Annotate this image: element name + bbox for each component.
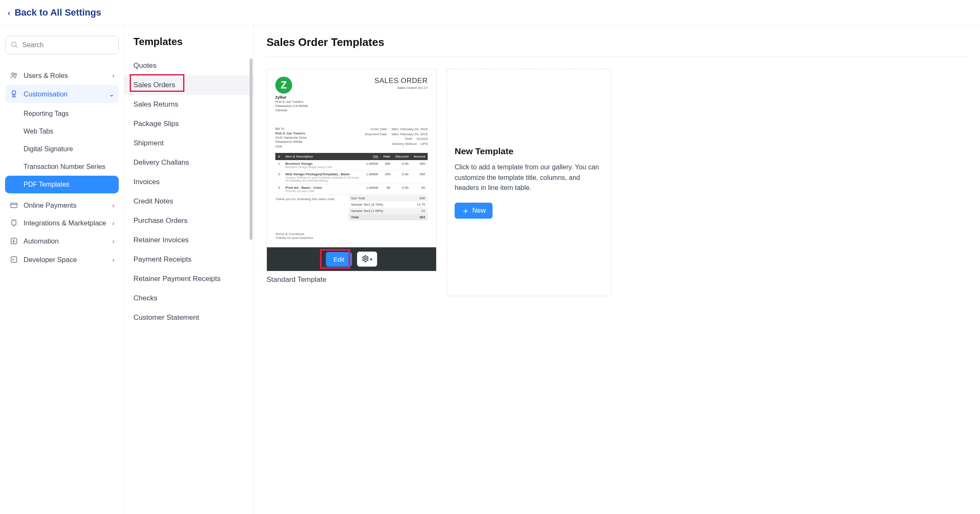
main-pane: Sales Order Templates Z Zylkar Rob & Joe…: [254, 26, 980, 514]
chevron-down-icon: ⌄: [109, 90, 115, 98]
svg-rect-5: [11, 203, 17, 208]
chevron-right-icon: ›: [112, 237, 115, 245]
highlight-annotation: [130, 74, 184, 92]
template-item-invoices[interactable]: Invoices: [124, 172, 253, 192]
chevron-left-icon: ‹: [8, 8, 11, 18]
chevron-right-icon: ›: [112, 256, 115, 264]
company-logo: Z: [275, 77, 292, 94]
template-card-standard[interactable]: Z Zylkar Rob & Joe Traders Pleasanton CA…: [266, 69, 437, 271]
template-card-footer: Edit ▾: [267, 247, 436, 271]
template-item-package-slips[interactable]: Package Slips: [124, 114, 253, 134]
template-item-payment-receipts[interactable]: Payment Receipts: [124, 250, 253, 269]
svg-rect-4: [12, 91, 16, 94]
new-template-card[interactable]: New Template Click to add a template fro…: [447, 69, 611, 296]
caret-down-icon: ▾: [370, 257, 372, 262]
template-item-retainer-invoices[interactable]: Retainer Invoices: [124, 230, 253, 250]
brush-icon: [9, 90, 19, 98]
svg-point-0: [12, 42, 16, 47]
card-icon: [9, 201, 19, 209]
chevron-right-icon: ›: [112, 72, 115, 80]
divider: [266, 56, 967, 57]
sidebar-item-users-roles[interactable]: Users & Roles ›: [5, 66, 119, 85]
edit-button[interactable]: Edit: [326, 252, 352, 267]
back-label: Back to All Settings: [15, 7, 101, 18]
scrollbar-indicator: [250, 59, 253, 240]
settings-sidebar: Users & Roles › Customisation ⌄ Reportin…: [0, 26, 124, 514]
subnav-transaction-number-series[interactable]: Transaction Number Series: [5, 158, 119, 176]
template-item-retainer-payment-receipts[interactable]: Retainer Payment Receipts: [124, 269, 253, 289]
new-template-body: Click to add a template from our gallery…: [455, 162, 603, 193]
chevron-right-icon: ›: [112, 201, 115, 209]
template-item-shipment[interactable]: Shipment: [124, 134, 253, 153]
sidebar-item-integrations[interactable]: Integrations & Marketplace ›: [5, 214, 119, 232]
template-item-quotes[interactable]: Quotes: [124, 56, 253, 75]
template-item-sales-orders[interactable]: Sales Orders: [124, 75, 253, 95]
subnav-pdf-templates[interactable]: PDF Templates: [5, 176, 119, 193]
template-preview: Z Zylkar Rob & Joe Traders Pleasanton CA…: [267, 69, 436, 243]
template-item-checks[interactable]: Checks: [124, 289, 253, 308]
svg-point-3: [15, 73, 16, 75]
gear-icon: [362, 255, 369, 264]
template-item-sales-returns[interactable]: Sales Returns: [124, 95, 253, 114]
new-template-button[interactable]: ＋ New: [455, 203, 493, 219]
sidebar-item-developer-space[interactable]: Developer Space ›: [5, 250, 119, 269]
sidebar-item-online-payments[interactable]: Online Payments ›: [5, 196, 119, 214]
template-settings-button[interactable]: ▾: [357, 252, 377, 267]
chevron-right-icon: ›: [112, 219, 115, 227]
sidebar-item-customisation[interactable]: Customisation ⌄: [5, 85, 119, 103]
templates-heading: Templates: [124, 36, 253, 56]
template-item-customer-statement[interactable]: Customer Statement: [124, 308, 253, 327]
templates-column: Templates QuotesSales OrdersSales Return…: [124, 26, 254, 514]
search-box[interactable]: [5, 36, 119, 54]
users-icon: [9, 71, 19, 80]
back-link[interactable]: ‹ Back to All Settings: [8, 7, 101, 18]
bolt-icon: [9, 237, 19, 245]
template-item-delivery-challans[interactable]: Delivery Challans: [124, 153, 253, 172]
subnav-reporting-tags[interactable]: Reporting Tags: [5, 105, 119, 123]
subnav-digital-signature[interactable]: Digital Signature: [5, 140, 119, 158]
search-icon: [11, 41, 18, 50]
svg-rect-7: [12, 220, 16, 225]
new-template-title: New Template: [455, 146, 603, 156]
svg-point-13: [365, 257, 367, 260]
terminal-icon: [9, 255, 19, 264]
template-item-purchase-orders[interactable]: Purchase Orders: [124, 211, 253, 230]
template-caption: Standard Template: [266, 276, 437, 284]
page-title: Sales Order Templates: [266, 36, 967, 49]
search-input[interactable]: [22, 41, 113, 49]
subnav-web-tabs[interactable]: Web Tabs: [5, 123, 119, 140]
template-item-credit-notes[interactable]: Credit Notes: [124, 192, 253, 211]
sidebar-item-automation[interactable]: Automation ›: [5, 232, 119, 250]
svg-line-1: [16, 46, 17, 47]
svg-point-2: [12, 73, 14, 75]
plug-icon: [9, 219, 19, 228]
